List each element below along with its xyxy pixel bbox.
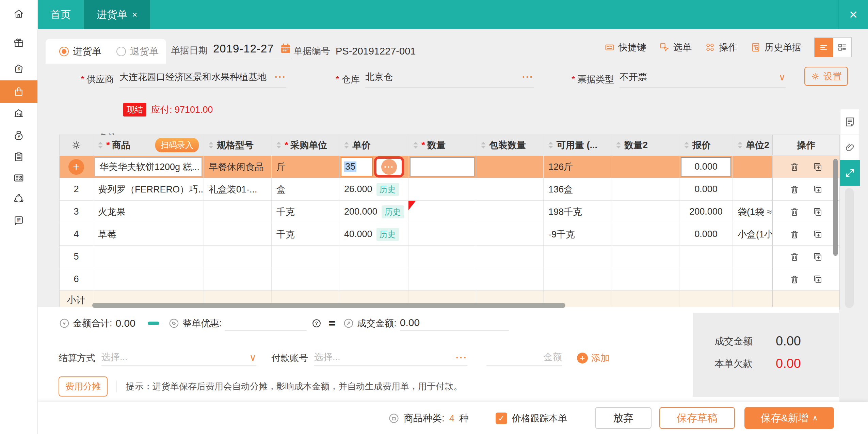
delete-row-button[interactable]	[789, 229, 800, 239]
tab-close-icon[interactable]: ×	[132, 10, 137, 20]
cell-quote[interactable]	[679, 268, 733, 290]
cell-product[interactable]: 华美华夫软饼1200g 糕...	[93, 156, 204, 178]
account-more-icon[interactable]: ···	[456, 352, 467, 363]
cell-unit2[interactable]	[733, 268, 772, 290]
sort-icon[interactable]	[276, 142, 281, 149]
sidebar-item-share[interactable]	[0, 187, 37, 210]
cell-price[interactable]: 40.000历史	[339, 223, 408, 245]
cell-qty[interactable]	[408, 246, 476, 268]
cell-unit[interactable]	[272, 246, 339, 268]
sort-icon[interactable]	[209, 142, 213, 149]
notes-panel-button[interactable]	[840, 109, 859, 135]
history-price-badge[interactable]: 历史	[382, 205, 404, 218]
checkbox-checked-icon[interactable]: ✓	[496, 413, 507, 424]
warehouse-input[interactable]: 北京仓 ···	[365, 71, 534, 88]
delete-row-button[interactable]	[789, 184, 800, 195]
cell-unit[interactable]: 千克	[272, 223, 339, 245]
cell-qty2[interactable]	[611, 156, 679, 178]
cell-price[interactable]: 200.000历史	[339, 201, 408, 223]
cell-product[interactable]	[93, 268, 204, 290]
history-price-badge[interactable]: 历史	[376, 228, 399, 241]
col-header-unit[interactable]: *采购单位	[272, 135, 339, 155]
cell-qty2[interactable]	[611, 178, 679, 200]
sidebar-item-gift[interactable]	[0, 32, 37, 54]
qty-input[interactable]	[410, 157, 475, 176]
cell-unit2[interactable]	[733, 246, 772, 268]
tab-purchase-order[interactable]: 进货单 ×	[84, 0, 150, 29]
sort-icon[interactable]	[481, 142, 486, 149]
col-header-spec[interactable]: 规格型号	[204, 135, 272, 155]
radio-return-order[interactable]: 退货单	[116, 45, 159, 58]
calendar-icon[interactable]	[279, 43, 292, 55]
cell-qty[interactable]	[408, 268, 476, 290]
delete-row-button[interactable]	[789, 162, 800, 172]
cell-pack-qty[interactable]	[476, 223, 544, 245]
cell-quote[interactable]: 0.000	[679, 156, 733, 178]
cell-spec[interactable]	[204, 246, 272, 268]
price-more-button[interactable]: ···	[381, 159, 397, 175]
delete-row-button[interactable]	[789, 252, 800, 262]
fee-share-button[interactable]: 费用分摊	[59, 376, 108, 397]
sort-icon[interactable]	[548, 142, 553, 149]
cell-spec[interactable]: 礼盒装01-...	[204, 178, 272, 200]
cell-pack-qty[interactable]	[476, 246, 544, 268]
cell-qty2[interactable]	[611, 223, 679, 245]
cell-price[interactable]: 26.000历史	[339, 178, 408, 200]
sidebar-item-finance[interactable]	[0, 124, 37, 147]
deal-amount-input[interactable]: 0.00	[400, 316, 509, 331]
pay-amount-input[interactable]: 金额	[486, 351, 562, 366]
cell-qty[interactable]	[408, 178, 476, 200]
scan-input-button[interactable]: 扫码录入	[155, 138, 199, 152]
operations-button[interactable]: 操作	[705, 41, 737, 53]
cell-unit[interactable]: 千克	[272, 201, 339, 223]
cell-pack-qty[interactable]	[476, 178, 544, 200]
supplier-more-icon[interactable]: ···	[275, 72, 286, 82]
cell-spec[interactable]	[204, 223, 272, 245]
cell-spec[interactable]	[204, 201, 272, 223]
cell-product[interactable]	[93, 246, 204, 268]
add-payment-button[interactable]: +添加	[577, 352, 610, 364]
cell-spec[interactable]	[204, 268, 272, 290]
sort-icon[interactable]	[413, 142, 418, 149]
col-header-pack-qty[interactable]: 包装数量	[476, 135, 544, 155]
quote-input[interactable]: 0.000	[681, 157, 731, 176]
radio-purchase-order[interactable]: 进货单	[59, 45, 101, 58]
question-icon[interactable]	[311, 318, 322, 328]
column-settings[interactable]	[60, 135, 93, 155]
cell-quote[interactable]: 200.000	[679, 201, 733, 223]
history-price-badge[interactable]: 历史	[376, 183, 399, 196]
kanban-view-button[interactable]	[833, 38, 851, 57]
add-row-button[interactable]: +	[68, 159, 84, 175]
copy-row-button[interactable]	[813, 184, 823, 195]
sort-icon[interactable]	[684, 142, 689, 149]
history-bills-button[interactable]: 历史单据	[750, 41, 801, 53]
cell-qty[interactable]	[408, 201, 476, 223]
cell-quote[interactable]	[679, 246, 733, 268]
delete-row-button[interactable]	[789, 207, 800, 217]
sidebar-item-orders[interactable]	[0, 145, 37, 168]
copy-row-button[interactable]	[813, 207, 823, 217]
discount-input[interactable]	[225, 316, 307, 331]
cell-pack-qty[interactable]	[476, 268, 544, 290]
save-and-new-button[interactable]: 保存&新增∧	[744, 407, 834, 429]
cell-quote[interactable]: 0.000	[679, 223, 733, 245]
cell-qty2[interactable]	[611, 201, 679, 223]
page-scrollbar-track[interactable]	[845, 188, 854, 308]
list-view-button[interactable]	[815, 38, 833, 57]
settings-button[interactable]: 设置	[804, 67, 848, 86]
col-header-quote[interactable]: 报价	[679, 135, 733, 155]
pay-account-select[interactable]: 选择...···	[314, 351, 467, 366]
price-input[interactable]: 35	[341, 157, 373, 176]
col-header-price[interactable]: 单价	[339, 135, 408, 155]
link-panel-button[interactable]	[840, 135, 859, 160]
cell-price[interactable]	[339, 246, 408, 268]
copy-row-button[interactable]	[813, 274, 823, 284]
tab-home[interactable]: 首页	[37, 0, 84, 29]
sort-icon[interactable]	[98, 142, 103, 149]
cell-unit[interactable]	[272, 268, 339, 290]
sidebar-item-new[interactable]	[0, 209, 37, 232]
copy-row-button[interactable]	[813, 162, 823, 172]
cell-unit2[interactable]	[733, 178, 772, 200]
sort-icon[interactable]	[616, 142, 621, 149]
delete-row-button[interactable]	[789, 274, 800, 284]
